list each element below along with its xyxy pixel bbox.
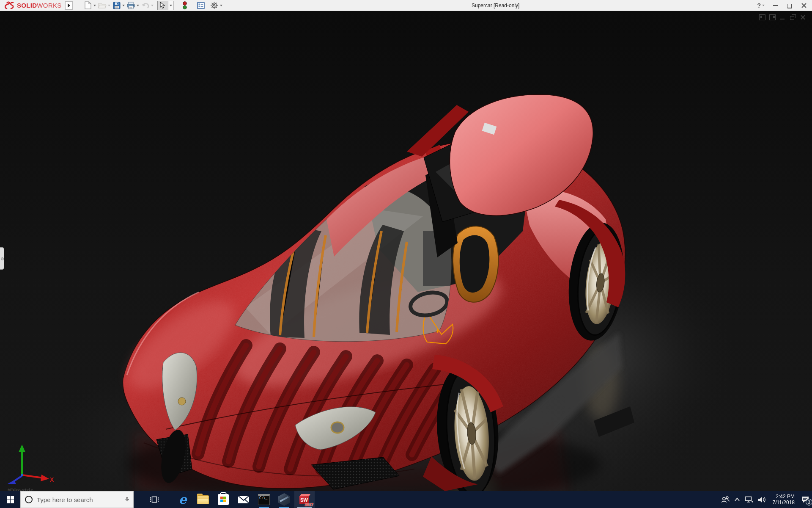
- brand-bold: SOLID: [17, 2, 37, 9]
- search-input[interactable]: [37, 496, 121, 503]
- document-window-controls: [759, 14, 806, 20]
- select-tool-pressed[interactable]: [157, 1, 168, 10]
- select-tool[interactable]: [157, 1, 174, 10]
- flyout-arrow-icon: [68, 3, 70, 8]
- orientation-triad: X: [3, 444, 58, 484]
- print-button[interactable]: [126, 0, 140, 11]
- start-button[interactable]: [0, 491, 20, 508]
- windows-logo-icon: [7, 496, 14, 503]
- view-orientation-label: *Dimetric: [8, 487, 33, 491]
- open-folder-icon: [98, 1, 107, 10]
- solidworks-2017-icon: SW 2017: [299, 494, 310, 505]
- traffic-light-rebuild-icon: [180, 1, 189, 10]
- taskbar-app-solidworks[interactable]: SW 2017: [294, 491, 315, 508]
- triad-y-arrow: [19, 444, 25, 452]
- edge-icon: e: [178, 494, 187, 505]
- close-button[interactable]: [800, 2, 808, 9]
- graphics-viewport[interactable]: X *Dimetric: [0, 11, 812, 491]
- doc-minimize-button[interactable]: [779, 14, 786, 20]
- headlight-right-projector: [331, 422, 344, 433]
- brand-light: WORKS: [37, 2, 61, 9]
- print-caret[interactable]: [136, 1, 140, 10]
- save-floppy-icon: [112, 1, 121, 10]
- help-button[interactable]: ?: [757, 2, 765, 9]
- doc-close-button[interactable]: [800, 14, 806, 20]
- feature-manager-collapsed-tab[interactable]: [0, 247, 4, 270]
- help-label: ?: [757, 2, 761, 9]
- print-icon: [126, 1, 136, 10]
- task-view-icon: [150, 496, 159, 503]
- menu-flyout-button[interactable]: [65, 1, 73, 10]
- dassault-systemes-logo-icon: [4, 1, 15, 10]
- help-caret-icon: [762, 5, 765, 6]
- pane-left-icon[interactable]: [759, 14, 765, 20]
- options-caret[interactable]: [219, 1, 223, 10]
- taskbar-app-edge[interactable]: e: [173, 491, 193, 508]
- chevron-up-icon[interactable]: [734, 497, 740, 502]
- new-document-caret[interactable]: [93, 1, 97, 10]
- open-button[interactable]: [97, 0, 112, 11]
- restore-button[interactable]: [786, 2, 793, 9]
- clock-date: 7/11/2018: [773, 500, 795, 505]
- quick-access-toolbar: [83, 0, 224, 11]
- taskbar-clock[interactable]: 2:42 PM 7/11/2018: [771, 494, 797, 505]
- task-view-button[interactable]: [145, 491, 164, 508]
- viewport-3d-scene[interactable]: [0, 11, 812, 491]
- document-title: Supercar [Read-only]: [472, 3, 519, 8]
- taskbar-app-store[interactable]: [213, 491, 233, 508]
- titlebar: SOLIDWORKS: [0, 0, 812, 11]
- taskbar-app-mail[interactable]: [233, 491, 254, 508]
- taskbar-app-file-explorer[interactable]: [193, 491, 213, 508]
- save-caret[interactable]: [121, 1, 126, 10]
- view-settings-button[interactable]: [196, 0, 206, 11]
- notification-badge: 3: [806, 499, 812, 505]
- options-button[interactable]: [209, 0, 224, 11]
- undo-caret[interactable]: [150, 1, 154, 10]
- undo-button[interactable]: [140, 0, 155, 11]
- mail-icon: [238, 495, 250, 504]
- gear-icon: [210, 1, 219, 10]
- doc-restore-button[interactable]: [790, 14, 796, 20]
- minimize-button[interactable]: [771, 2, 779, 9]
- select-tool-caret[interactable]: [168, 1, 174, 10]
- headlight-left-bulb: [178, 398, 186, 405]
- microsoft-store-icon: [218, 494, 229, 505]
- network-icon[interactable]: [745, 496, 753, 503]
- open-caret[interactable]: [107, 1, 111, 10]
- solidworks-brand: SOLIDWORKS: [0, 1, 62, 10]
- clock-time: 2:42 PM: [773, 494, 795, 500]
- cortana-icon: [25, 496, 33, 503]
- undo-icon: [141, 1, 150, 10]
- hexagon-app-icon: [278, 493, 290, 506]
- taskbar-search[interactable]: [20, 491, 134, 508]
- microphone-icon[interactable]: [125, 495, 129, 504]
- cursor-arrow-icon: [160, 2, 165, 9]
- save-button[interactable]: [112, 0, 126, 11]
- action-center-button[interactable]: 3: [801, 496, 809, 503]
- system-tray: 2:42 PM 7/11/2018 3: [721, 491, 810, 508]
- command-prompt-icon: C:\_: [258, 494, 270, 505]
- solidworks-year-label: 2017: [305, 502, 313, 507]
- brand-wordmark: SOLIDWORKS: [17, 2, 62, 9]
- file-explorer-icon: [197, 495, 209, 504]
- taskbar-app-command-prompt[interactable]: C:\_: [254, 491, 274, 508]
- triad-x-label: X: [50, 476, 54, 483]
- new-document-icon: [83, 1, 93, 10]
- volume-icon[interactable]: [758, 496, 766, 503]
- rebuild-button[interactable]: [180, 0, 190, 11]
- windows-taskbar: e C:\_ SW 2017: [0, 491, 812, 508]
- triad-x-arrow: [41, 475, 49, 481]
- taskbar-app-edrawings[interactable]: [274, 491, 294, 508]
- display-settings-icon: [196, 1, 206, 10]
- new-document-button[interactable]: [83, 0, 97, 11]
- pane-right-icon[interactable]: [769, 14, 776, 20]
- people-icon[interactable]: [721, 496, 730, 503]
